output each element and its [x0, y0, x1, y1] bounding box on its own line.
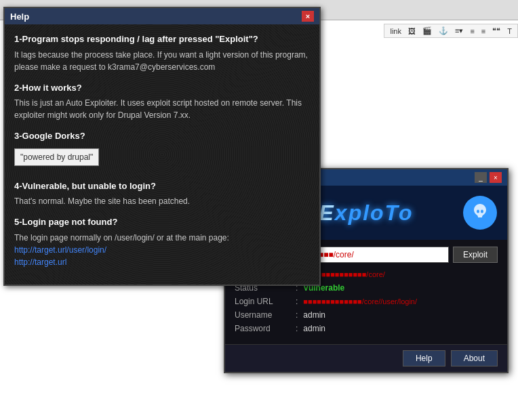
help-url2: http://target.url [14, 257, 66, 267]
exploit-close-button[interactable]: × [490, 172, 502, 183]
username-info-row: Username : admin [235, 310, 498, 320]
exploit-window-buttons: _ × [475, 172, 502, 183]
svg-point-1 [477, 209, 479, 213]
exploit-logo-text: ExploTo [319, 201, 413, 226]
about-button[interactable]: About [451, 350, 498, 366]
rte-quote-btn[interactable]: ❝❝ [490, 26, 502, 36]
rte-list1-btn[interactable]: ≡ [468, 26, 476, 36]
svg-point-2 [481, 209, 483, 213]
rte-image-btn[interactable]: 🖼 [406, 26, 418, 36]
help-section-1-body: It lags because the process take place. … [14, 49, 310, 73]
login-url-value: ■■■■■■■■■■■■■/core//user/login/ [303, 297, 417, 306]
help-dialog-title: Help [10, 12, 29, 22]
help-dialog: Help × 1-Program stops responding / lag … [3, 7, 321, 286]
login-url-info-row: Login URL : ■■■■■■■■■■■■■/core//user/log… [235, 297, 498, 306]
rte-align-btn[interactable]: ≡▾ [453, 26, 465, 36]
exploit-logo-e: E [319, 201, 334, 225]
help-section-4: 4-Vulnerable, but unable to login? That'… [14, 180, 310, 208]
help-section-3-body: "powered by drupal" [14, 146, 310, 171]
help-section-2: 2-How it works? This is just an Auto Exp… [14, 81, 310, 122]
rte-anchor-btn[interactable]: ⚓ [437, 26, 450, 36]
help-section-2-title: 2-How it works? [14, 81, 310, 95]
rte-list2-btn[interactable]: ≡ [479, 26, 487, 36]
help-section-1: 1-Program stops responding / lag after p… [14, 33, 310, 73]
username-colon: : [296, 310, 298, 320]
rte-text-btn[interactable]: T [505, 26, 514, 36]
help-section-3: 3-Google Dorks? "powered by drupal" [14, 129, 310, 171]
help-titlebar: Help × [5, 8, 319, 24]
exploit-logo-rest: xploTo [335, 201, 414, 225]
dork-value: "powered by drupal" [14, 148, 99, 166]
exploit-run-button[interactable]: Exploit [453, 247, 498, 263]
exploit-footer: Help About [225, 344, 507, 372]
help-button[interactable]: Help [403, 350, 445, 366]
minimize-button[interactable]: _ [475, 172, 487, 183]
help-url1: http://target.url/user/login/ [14, 245, 106, 255]
help-section-3-title: 3-Google Dorks? [14, 129, 310, 143]
help-section-1-title: 1-Program stops responding / lag after p… [14, 33, 310, 46]
help-section-4-title: 4-Vulnerable, but unable to login? [14, 180, 310, 193]
rte-toolbar: link 🖼 🎬 ⚓ ≡▾ ≡ ≡ ❝❝ T [384, 24, 518, 38]
username-label: Username [235, 310, 296, 320]
help-section-5-body: The login page normally on /user/login/ … [14, 232, 310, 268]
help-section-5-title: 5-Login page not found? [14, 215, 310, 229]
password-colon: : [296, 324, 298, 333]
rte-media-btn[interactable]: 🎬 [420, 26, 434, 36]
help-dialog-body: 1-Program stops responding / lag after p… [5, 24, 319, 285]
login-url-colon: : [296, 297, 298, 306]
help-close-button[interactable]: × [302, 11, 314, 22]
password-info-row: Password : admin [235, 324, 498, 333]
help-section-4-body: That's normal. Maybe the site has been p… [14, 195, 310, 207]
password-value: admin [303, 324, 325, 333]
username-value: admin [303, 310, 325, 320]
drupal-logo-circle [463, 196, 497, 230]
help-section-2-body: This is just an Auto Exploiter. It uses … [14, 97, 310, 121]
rte-link-btn[interactable]: link [388, 26, 403, 36]
login-url-label: Login URL [235, 297, 296, 306]
password-label: Password [235, 324, 296, 333]
help-section-5: 5-Login page not found? The login page n… [14, 215, 310, 268]
